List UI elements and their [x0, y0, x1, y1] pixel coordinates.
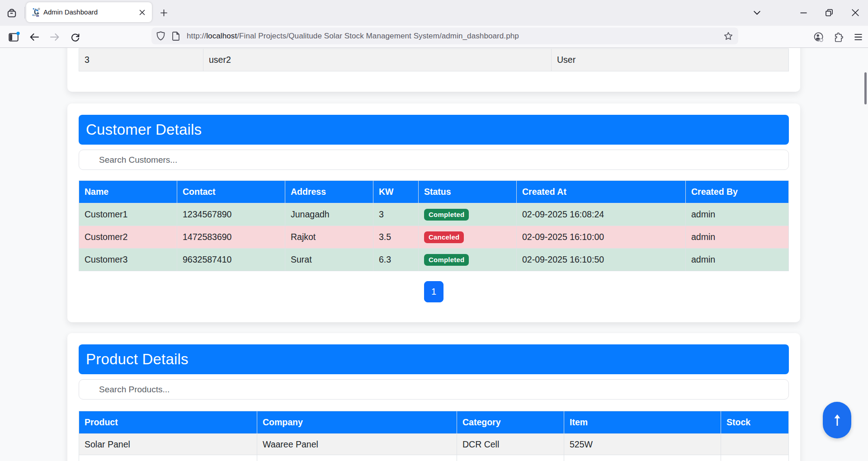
extensions-button[interactable] [828, 30, 848, 44]
column-header-name[interactable]: Name [79, 181, 177, 203]
site-information-button[interactable] [169, 29, 183, 43]
status-badge-completed: Completed [424, 209, 469, 221]
pagination-page-1-button[interactable]: 1 [424, 281, 443, 302]
close-icon [852, 9, 859, 16]
product-company-cell: Waaree Panel [257, 434, 457, 455]
products-card: Product Details Product Company Category… [67, 333, 800, 461]
url-text[interactable]: http://localhost/Final Projects/Qualitud… [187, 32, 722, 41]
customer-name-cell: Customer1 [79, 203, 177, 226]
products-search-input[interactable] [79, 379, 789, 400]
column-header-address[interactable]: Address [285, 181, 373, 203]
site-favicon [32, 8, 41, 17]
customer-name-cell: Customer2 [79, 226, 177, 249]
customer-address-cell: Rajkot [285, 226, 373, 249]
product-stock-cell [721, 434, 789, 455]
customers-search-input[interactable] [79, 150, 789, 170]
puzzle-piece-icon [834, 33, 843, 42]
menu-button[interactable] [848, 30, 868, 44]
column-header-created-at[interactable]: Created At [517, 181, 686, 203]
hamburger-menu-icon [854, 34, 862, 40]
user-role-cell: User [552, 49, 789, 71]
customer-row[interactable]: Customer1 1234567890 Junagadh 3 Complete… [79, 203, 789, 226]
url-host: localhost [206, 32, 237, 40]
firefox-view-icon [6, 8, 17, 19]
column-header-status[interactable]: Status [419, 181, 517, 203]
customer-kw-cell: 3 [373, 203, 419, 226]
column-header-created-by[interactable]: Created By [686, 181, 789, 203]
customer-created-at-cell: 02-09-2025 16:10:00 [517, 226, 686, 249]
url-bar[interactable]: http://localhost/Final Projects/Qualitud… [151, 28, 738, 44]
firefox-view-button[interactable] [5, 6, 19, 20]
customer-address-cell: Surat [285, 249, 373, 271]
customer-contact-cell: 9632587410 [177, 249, 285, 271]
customers-section-title: Customer Details [86, 121, 202, 138]
forward-arrow-icon [50, 33, 59, 41]
customer-created-by-cell: admin [686, 226, 789, 249]
sidebar-icon [8, 32, 20, 42]
browser-tab-admin-dashboard[interactable]: Admin Dashboard [26, 2, 152, 22]
new-tab-button[interactable] [157, 6, 170, 19]
customers-section-header: Customer Details [79, 115, 789, 145]
product-item-cell: 525W [564, 434, 721, 455]
sidebar-toggle-button[interactable] [7, 30, 21, 44]
users-table-row[interactable]: 3 user2 User [79, 49, 789, 71]
list-all-tabs-button[interactable] [746, 0, 767, 25]
customer-status-cell: Completed [419, 203, 517, 226]
products-table-header-row: Product Company Category Item Stock [79, 411, 789, 434]
url-path: /Final Projects/Qualitude Solar Stock Ma… [237, 32, 519, 40]
customer-contact-cell: 1234567890 [177, 203, 285, 226]
customer-address-cell: Junagadh [285, 203, 373, 226]
window-minimize-button[interactable] [793, 0, 814, 25]
customer-kw-cell: 3.5 [373, 226, 419, 249]
navbar-right-buttons [808, 30, 868, 44]
chevron-down-icon [754, 11, 760, 15]
account-button[interactable] [808, 30, 828, 44]
customer-status-cell: Completed [419, 249, 517, 271]
customer-created-at-cell: 02-09-2025 16:10:50 [517, 249, 686, 271]
customer-status-cell: Canceled [419, 226, 517, 249]
column-header-company[interactable]: Company [257, 411, 457, 434]
users-card: 3 user2 User [67, 48, 800, 92]
scroll-to-top-button[interactable] [823, 402, 851, 438]
column-header-contact[interactable]: Contact [177, 181, 285, 203]
column-header-stock[interactable]: Stock [721, 411, 789, 434]
reload-icon [71, 33, 80, 42]
bookmark-button[interactable] [722, 29, 735, 43]
tracking-protection-button[interactable] [154, 29, 167, 43]
customers-card: Customer Details Name Contact Address KW… [67, 103, 800, 322]
back-arrow-icon [30, 33, 39, 41]
column-header-product[interactable]: Product [79, 411, 257, 434]
account-icon [813, 32, 824, 42]
customer-created-by-cell: admin [686, 249, 789, 271]
window-close-button[interactable] [845, 0, 866, 25]
customer-row[interactable]: Customer2 1472583690 Rajkot 3.5 Canceled… [79, 226, 789, 249]
restore-icon [826, 9, 833, 16]
tab-close-button[interactable] [137, 7, 147, 18]
window-restore-button[interactable] [819, 0, 840, 25]
customer-name-cell: Customer3 [79, 249, 177, 271]
forward-button[interactable] [47, 30, 62, 44]
customers-pagination: 1 [79, 281, 789, 302]
product-row[interactable] [79, 455, 789, 461]
products-table: Product Company Category Item Stock Sola… [79, 411, 789, 461]
page-icon [172, 32, 179, 41]
customer-row[interactable]: Customer3 9632587410 Surat 6.3 Completed… [79, 249, 789, 271]
column-header-kw[interactable]: KW [373, 181, 419, 203]
back-button[interactable] [27, 30, 42, 44]
column-header-item[interactable]: Item [564, 411, 721, 434]
close-icon [139, 9, 145, 15]
status-badge-completed: Completed [424, 254, 469, 266]
tab-title: Admin Dashboard [43, 2, 98, 22]
page-scrollbar-thumb[interactable] [864, 72, 867, 104]
browser-navigation-bar: http://localhost/Final Projects/Qualitud… [0, 26, 868, 48]
customers-table-header-row: Name Contact Address KW Status Created A… [79, 181, 789, 203]
up-arrow-icon [832, 414, 842, 426]
tabbar-separator [24, 7, 25, 19]
minimize-icon [800, 12, 807, 14]
reload-button[interactable] [68, 30, 82, 44]
column-header-category[interactable]: Category [457, 411, 564, 434]
product-row[interactable]: Solar Panel Waaree Panel DCR Cell 525W [79, 434, 789, 455]
plus-icon [160, 9, 167, 16]
status-badge-canceled: Canceled [424, 231, 464, 243]
customer-kw-cell: 6.3 [373, 249, 419, 271]
